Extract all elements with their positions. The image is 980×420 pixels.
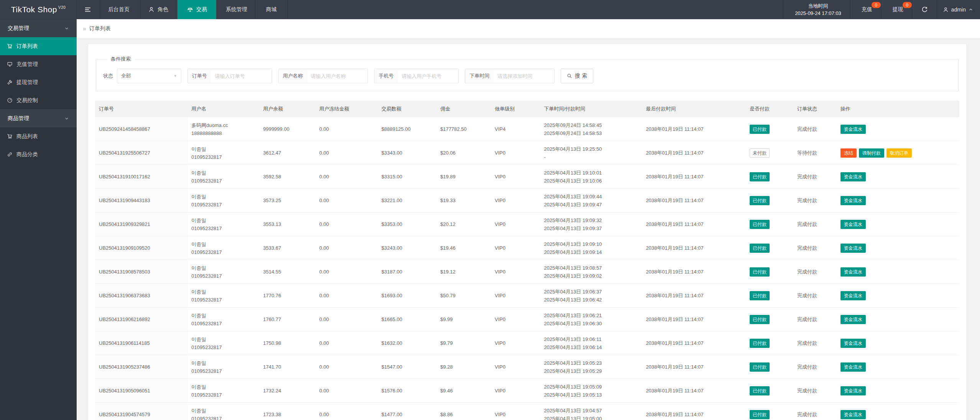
balance-cell: 9999999.00 (259, 117, 315, 141)
paid-badge: 已付款 (750, 196, 770, 205)
sidebar-item-label: 订单列表 (16, 43, 38, 50)
nav-roles[interactable]: 角色 (139, 0, 177, 19)
paid-cell: 已付款 (746, 165, 793, 189)
force-pay-button[interactable]: 强制付款 (859, 148, 884, 158)
username: admin (951, 7, 966, 13)
sidebar-group-goods[interactable]: 商品管理 (0, 109, 77, 127)
level-cell: VIP0 (491, 355, 540, 379)
fund-flow-button[interactable]: 资金流水 (840, 291, 866, 300)
freeze-button[interactable]: 冻结 (840, 148, 857, 158)
fund-flow-button[interactable]: 资金流水 (840, 362, 866, 372)
col-frozen: 用户冻结金额 (315, 100, 378, 117)
commission-cell: $8.86 (437, 403, 491, 420)
pay-time: 2025年04月13日 19:05:00 (544, 415, 642, 420)
status-cell: 完成付款 (793, 165, 837, 189)
order-time-cell: 2025年04月13日 19:09:10 2025年04月13日 19:09:1… (540, 236, 642, 260)
fund-flow-button[interactable]: 资金流水 (840, 267, 866, 277)
nav-trade[interactable]: 交易 (177, 0, 216, 19)
level-cell: VIP0 (491, 165, 540, 189)
commission-cell: $20.06 (437, 141, 491, 165)
order-no-field-group: 订单号 (187, 69, 272, 83)
brand-logo[interactable]: TikTok Shop V20 (0, 0, 77, 19)
fund-flow-button[interactable]: 资金流水 (840, 315, 866, 324)
order-no-cell: UB2504131906114185 (95, 331, 187, 355)
commission-cell: $19.46 (437, 236, 491, 260)
paid-badge: 已付款 (750, 386, 770, 395)
sidebar-item-recharge[interactable]: 充值管理 (0, 55, 77, 73)
actions-cell: 资金流水 (837, 236, 959, 260)
sidebar-toggle-icon[interactable] (77, 0, 98, 19)
refresh-icon[interactable] (913, 0, 936, 19)
local-time-value: 2025-09-24 17:07:03 (795, 10, 841, 17)
cart-icon (7, 133, 13, 139)
last-pay-time-cell: 2038年01月19日 11:14:07 (642, 355, 746, 379)
commission-cell: $9.99 (437, 308, 491, 331)
order-time-cell: 2025年04月13日 19:05:23 2025年04月13日 19:05:2… (540, 355, 642, 379)
actions-cell: 资金流水 (837, 355, 959, 379)
actions-cell: 资金流水 (837, 284, 959, 308)
order-no-input[interactable] (211, 69, 272, 83)
user-cell: 이종일 01095232817 (187, 379, 259, 403)
status-cell: 完成付款 (793, 236, 837, 260)
user-phone: 01095232817 (191, 177, 259, 185)
order-time-cell: 2025年04月13日 19:25:50 - (540, 141, 642, 165)
fund-flow-button[interactable]: 资金流水 (840, 196, 866, 205)
nav-system[interactable]: 系统管理 (216, 0, 256, 19)
frozen-cell: 0.00 (315, 403, 378, 420)
cancel-order-button[interactable]: 取消订单 (886, 148, 912, 158)
nav-label: 交易 (196, 6, 207, 13)
fund-flow-button[interactable]: 资金流水 (840, 172, 866, 181)
paid-badge: 已付款 (750, 362, 770, 372)
phone-input[interactable] (398, 69, 458, 83)
col-actions: 操作 (837, 100, 959, 117)
user-name: 이종일 (191, 311, 259, 320)
sidebar-group-trade[interactable]: 交易管理 (0, 19, 77, 37)
pay-time: 2025年04月13日 19:09:02 (544, 272, 642, 280)
col-username: 用户名 (187, 100, 259, 117)
paid-badge: 已付款 (750, 291, 770, 300)
table-row: UB2509241458458867 多码网duoma.cc 188888888… (95, 117, 959, 141)
user-name: 이종일 (191, 335, 259, 343)
withdraw-badge: 0 (903, 2, 912, 8)
order-no-cell: UB2504131906373683 (95, 284, 187, 308)
amount-cell: $3243.00 (378, 236, 436, 260)
status-cell: 完成付款 (793, 284, 837, 308)
sidebar-item-goods-category[interactable]: 商品分类 (0, 145, 77, 163)
paid-cell: 已付款 (746, 117, 793, 141)
person-icon (148, 7, 154, 13)
fund-flow-button[interactable]: 资金流水 (840, 244, 866, 253)
fund-flow-button[interactable]: 资金流水 (840, 220, 866, 229)
sidebar-item-trade-control[interactable]: 交易控制 (0, 91, 77, 109)
user-menu[interactable]: admin (936, 0, 980, 19)
amount-cell: $1632.00 (378, 331, 436, 355)
gavel-icon (7, 79, 13, 85)
search-button[interactable]: 搜 索 (561, 69, 593, 83)
username-input[interactable] (307, 69, 368, 83)
order-time-input[interactable] (494, 69, 554, 83)
nav-dashboard[interactable]: 后台首页 (98, 0, 139, 19)
local-time: 当地时间 2025-09-24 17:07:03 (785, 0, 851, 19)
withdraw-link[interactable]: 提现 0 (882, 0, 913, 19)
last-pay-time-cell: 2038年01月19日 11:14:07 (642, 189, 746, 212)
status-select[interactable]: 全部 ▼ (117, 69, 181, 83)
status-cell: 完成付款 (793, 212, 837, 236)
fund-flow-button[interactable]: 资金流水 (840, 125, 866, 134)
col-commission: 佣金 (437, 100, 491, 117)
paid-cell: 已付款 (746, 189, 793, 212)
order-no-cell: UB2504131909109520 (95, 236, 187, 260)
recharge-link[interactable]: 充值 0 (851, 0, 882, 19)
sidebar-item-order-list[interactable]: 订单列表 (0, 37, 77, 55)
nav-mall[interactable]: 商城 (256, 0, 286, 19)
fund-flow-button[interactable]: 资金流水 (840, 339, 866, 348)
fund-flow-button[interactable]: 资金流水 (840, 410, 866, 419)
phone-field-group: 手机号 (374, 69, 459, 83)
sidebar-item-goods-list[interactable]: 商品列表 (0, 127, 77, 145)
order-time: 2025年04月13日 19:10:01 (544, 169, 642, 177)
order-time: 2025年04月13日 19:09:44 (544, 193, 642, 201)
fund-flow-button[interactable]: 资金流水 (840, 386, 866, 395)
actions-cell: 资金流水 (837, 117, 959, 141)
breadcrumb: » 订单列表 (77, 19, 980, 38)
phone-label: 手机号 (374, 69, 398, 83)
breadcrumb-label: 订单列表 (89, 25, 111, 32)
sidebar-item-withdraw[interactable]: 提现管理 (0, 73, 77, 91)
